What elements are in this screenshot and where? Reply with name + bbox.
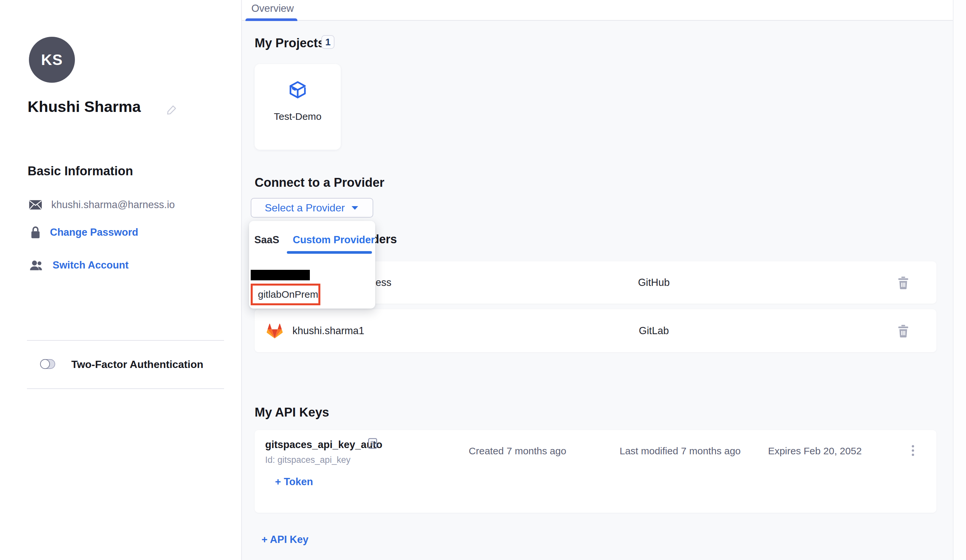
- two-factor-toggle[interactable]: [40, 359, 55, 369]
- basic-information-heading: Basic Information: [28, 164, 133, 178]
- scroll-gutter: [953, 0, 966, 560]
- connect-provider-heading: Connect to a Provider: [255, 175, 384, 190]
- tab-custom-provider[interactable]: Custom Provider: [293, 234, 375, 246]
- cube-icon: [289, 80, 307, 99]
- provider-type: GitHub: [618, 261, 690, 304]
- api-key-created: Created 7 months ago: [467, 445, 568, 457]
- trash-icon: [898, 324, 909, 337]
- trash-icon: [898, 276, 909, 289]
- api-key-id: Id: gitspaces_api_key: [265, 455, 351, 465]
- my-api-keys-heading: My API Keys: [255, 405, 329, 419]
- my-projects-heading: My Projects: [255, 36, 325, 50]
- profile-sidebar: KS Khushi Sharma Basic Information khush…: [0, 0, 242, 560]
- api-key-name: gitspaces_api_key_auto: [265, 439, 383, 451]
- project-name: Test-Demo: [255, 111, 341, 122]
- pencil-icon: [166, 104, 178, 116]
- api-key-modified: Last modified 7 months ago: [618, 445, 743, 457]
- divider: [27, 388, 224, 389]
- edit-name-button[interactable]: [166, 104, 178, 117]
- email-row: khushi.sharma@harness.io: [29, 199, 175, 211]
- tab-saas[interactable]: SaaS: [254, 234, 279, 246]
- provider-name: khushi.sharma1: [292, 309, 365, 352]
- provider-type: GitLab: [618, 309, 690, 352]
- project-card-test-demo[interactable]: Test-Demo: [255, 64, 341, 150]
- two-factor-label: Two-Factor Authentication: [71, 359, 204, 371]
- divider: [27, 340, 224, 341]
- active-tab-underline: [287, 251, 372, 254]
- envelope-icon: [29, 200, 42, 210]
- kebab-icon: [912, 445, 914, 447]
- copy-api-key-button[interactable]: [368, 438, 377, 450]
- select-provider-button[interactable]: Select a Provider: [251, 198, 373, 218]
- people-icon: [29, 260, 43, 271]
- kebab-icon: [912, 454, 914, 456]
- add-api-key-link[interactable]: + API Key: [261, 534, 309, 545]
- gitlab-tanuki-icon: [266, 323, 283, 340]
- switch-account-link[interactable]: Switch Account: [53, 259, 128, 271]
- provider-name-fragment: ess: [376, 261, 391, 304]
- caret-down-icon: [351, 205, 359, 211]
- delete-provider-button[interactable]: [896, 309, 910, 352]
- lock-icon: [30, 226, 41, 239]
- dropdown-item-redacted[interactable]: [251, 270, 310, 280]
- provider-row-gitlab: khushi.sharma1 GitLab: [255, 309, 936, 352]
- add-token-link[interactable]: + Token: [275, 476, 313, 488]
- provider-dropdown-panel: SaaS Custom Provider gitlabOnPrem: [249, 221, 375, 309]
- providers-heading-fragment: ders: [372, 233, 397, 246]
- toggle-knob: [40, 359, 50, 369]
- select-provider-label: Select a Provider: [265, 202, 345, 214]
- tab-bar: [242, 0, 966, 21]
- copy-icon: [368, 438, 377, 449]
- user-name: Khushi Sharma: [28, 98, 141, 116]
- kebab-icon: [912, 449, 914, 452]
- projects-count-badge: 1: [321, 35, 335, 49]
- api-key-menu-button[interactable]: [907, 440, 919, 461]
- dropdown-item-gitlabonprem-highlight[interactable]: gitlabOnPrem: [251, 283, 320, 305]
- user-email: khushi.sharma@harness.io: [51, 199, 175, 211]
- active-tab-underline: [245, 18, 297, 21]
- switch-account-row: Switch Account: [29, 259, 128, 271]
- api-key-row: gitspaces_api_key_auto Id: gitspaces_api…: [255, 430, 936, 513]
- delete-provider-button[interactable]: [896, 261, 910, 304]
- api-key-expires: Expires Feb 20, 2052: [762, 445, 867, 457]
- change-password-row: Change Password: [30, 226, 138, 239]
- dropdown-item-label: gitlabOnPrem: [253, 289, 318, 300]
- tab-overview[interactable]: Overview: [251, 3, 294, 15]
- avatar: KS: [29, 37, 75, 83]
- change-password-link[interactable]: Change Password: [50, 226, 138, 238]
